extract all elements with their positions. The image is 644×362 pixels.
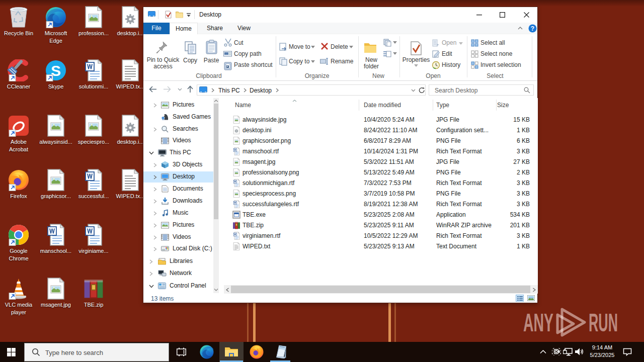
svg-text:RUN: RUN [589, 309, 618, 337]
svg-text:?: ? [531, 25, 534, 32]
svg-text:ANY: ANY [523, 309, 553, 337]
